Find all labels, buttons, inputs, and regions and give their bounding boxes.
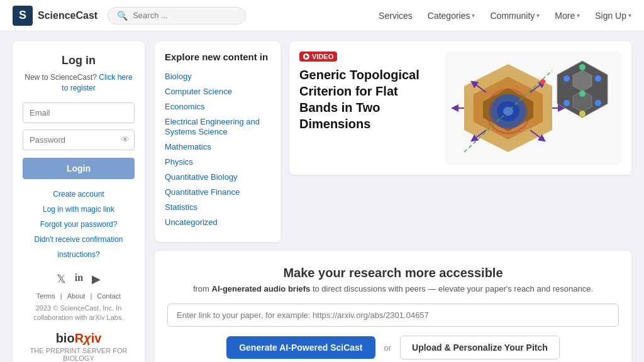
featured-text: VIDEO Generic Topological Criterion for … <box>299 52 436 132</box>
left-column: Log in New to ScienceCast? Click here to… <box>13 41 145 362</box>
featured-image <box>445 52 621 165</box>
login-card: Log in New to ScienceCast? Click here to… <box>13 41 145 362</box>
svg-point-14 <box>579 64 586 70</box>
list-item: Economics <box>165 101 270 111</box>
or-separator: or <box>384 343 392 353</box>
logo-icon: S <box>13 6 33 26</box>
nav-services[interactable]: Services <box>379 11 413 21</box>
create-account-link[interactable]: Create account <box>23 187 135 202</box>
search-bar[interactable]: 🔍 <box>108 7 246 25</box>
terms-link[interactable]: Terms <box>36 292 55 300</box>
forgot-password-link[interactable]: Forgot your password? <box>23 217 135 232</box>
login-links: Create account Log in with magic link Fo… <box>23 187 135 262</box>
list-item: Computer Science <box>165 86 270 96</box>
explore-mathematics[interactable]: Mathematics <box>165 142 211 151</box>
bottom-title: Make your research more accessible <box>167 266 619 280</box>
paper-link-input[interactable] <box>167 304 619 327</box>
biorxiv-subtitle: THE PREPRINT SERVER FOR BIOLOGY <box>23 347 135 362</box>
explore-biology[interactable]: Biology <box>165 72 192 81</box>
login-subtitle: New to ScienceCast? Click here to regist… <box>23 72 135 94</box>
copyright: 2023 © ScienceCast, Inc. In collaboratio… <box>23 304 135 323</box>
video-play-icon <box>303 53 309 60</box>
generate-button[interactable]: Generate AI-Powered SciCast <box>226 336 375 359</box>
list-item: Mathematics <box>165 141 270 151</box>
chevron-down-icon: ▾ <box>628 12 631 19</box>
explore-list: Biology Computer Science Economics Elect… <box>165 71 270 227</box>
bottom-actions: Generate AI-Powered SciCast or Upload & … <box>167 336 619 359</box>
explore-economics[interactable]: Economics <box>165 102 205 111</box>
email-field[interactable] <box>23 102 135 123</box>
social-icons: 𝕏 in ▶ <box>23 272 135 286</box>
search-icon: 🔍 <box>117 11 128 21</box>
youtube-icon[interactable]: ▶ <box>92 272 101 286</box>
nav-categories[interactable]: Categories ▾ <box>428 11 475 21</box>
explore-uncategorized[interactable]: Uncategorized <box>165 217 218 227</box>
list-item: Quantitative Finance <box>165 187 270 197</box>
svg-point-10 <box>540 79 545 84</box>
explore-quantitative-biology[interactable]: Quantitative Biology <box>165 172 238 182</box>
bottom-section: Make your research more accessible from … <box>155 251 631 362</box>
bottom-subtitle: from AI-generated audio briefs to direct… <box>167 284 619 293</box>
explore-computer-science[interactable]: Computer Science <box>165 87 232 96</box>
nav-more[interactable]: More ▾ <box>555 11 580 21</box>
main-content: Log in New to ScienceCast? Click here to… <box>0 31 644 362</box>
chevron-down-icon: ▾ <box>536 12 540 19</box>
header-nav: Services Categories ▾ Community ▾ More ▾… <box>379 11 631 21</box>
login-title: Log in <box>23 54 135 67</box>
logo-text: ScienceCast <box>38 10 97 21</box>
svg-point-20 <box>595 100 601 106</box>
svg-point-18 <box>595 75 601 82</box>
explore-statistics[interactable]: Statistics <box>165 202 197 212</box>
upload-button[interactable]: Upload & Personalize Your Pitch <box>400 336 560 359</box>
contact-link[interactable]: Contact <box>97 292 121 300</box>
explore-card: Explore new content in Biology Computer … <box>155 41 280 242</box>
topology-diagram <box>445 52 621 165</box>
middle-column: Explore new content in Biology Computer … <box>155 41 280 242</box>
magic-link[interactable]: Log in with magic link <box>23 202 135 217</box>
svg-point-17 <box>564 75 570 82</box>
explore-title: Explore new content in <box>165 52 270 62</box>
login-button[interactable]: Login <box>23 158 135 179</box>
list-item: Electrical Engineering and Systems Scien… <box>165 116 270 136</box>
logo[interactable]: S ScienceCast <box>13 6 97 26</box>
chevron-down-icon: ▾ <box>577 12 580 19</box>
svg-point-16 <box>579 111 586 117</box>
svg-point-19 <box>564 100 570 106</box>
explore-electrical-engineering[interactable]: Electrical Engineering and Systems Scien… <box>165 117 260 136</box>
right-column: VIDEO Generic Topological Criterion for … <box>289 41 631 242</box>
featured-card: VIDEO Generic Topological Criterion for … <box>289 41 631 175</box>
list-item: Biology <box>165 71 270 81</box>
nav-signup[interactable]: Sign Up ▾ <box>595 11 631 21</box>
explore-physics[interactable]: Physics <box>165 157 193 167</box>
about-link[interactable]: About <box>67 292 86 300</box>
explore-quantitative-finance[interactable]: Quantitative Finance <box>165 187 240 197</box>
list-item: Uncategorized <box>165 217 270 227</box>
eye-icon[interactable]: 👁 <box>121 134 130 145</box>
featured-title[interactable]: Generic Topological Criterion for Flat B… <box>299 67 436 132</box>
list-item: Quantitative Biology <box>165 172 270 182</box>
list-item: Statistics <box>165 202 270 212</box>
linkedin-icon[interactable]: in <box>75 272 83 286</box>
header: S ScienceCast 🔍 Services Categories ▾ Co… <box>0 0 644 31</box>
video-badge: VIDEO <box>299 52 337 62</box>
chevron-down-icon: ▾ <box>472 12 475 19</box>
twitter-icon[interactable]: 𝕏 <box>57 272 66 286</box>
list-item: Physics <box>165 156 270 167</box>
nav-community[interactable]: Community ▾ <box>490 11 540 21</box>
search-input[interactable] <box>133 11 236 20</box>
footer-links: Terms | About | Contact <box>23 292 135 300</box>
svg-point-15 <box>579 90 586 97</box>
password-field[interactable] <box>23 129 135 150</box>
password-wrap: 👁 <box>23 129 135 150</box>
confirmation-link[interactable]: Didn't receive confirmation instructions… <box>23 232 135 262</box>
biorxiv-logo: bioRχiv <box>23 331 135 346</box>
